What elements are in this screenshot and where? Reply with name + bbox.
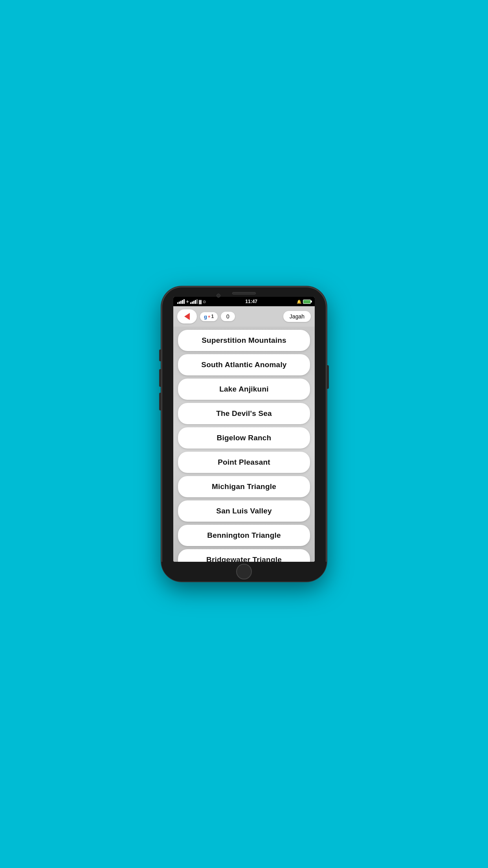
g-letter: g bbox=[204, 314, 207, 320]
app-header: g+1 0 Jagah bbox=[173, 306, 315, 327]
signal2-icon bbox=[190, 299, 198, 304]
power-button bbox=[327, 365, 329, 389]
volume-up-button bbox=[159, 369, 161, 387]
phone-bottom bbox=[161, 562, 327, 581]
google-plus-button[interactable]: g+1 bbox=[200, 312, 218, 321]
status-right: 🔔 bbox=[297, 300, 311, 304]
list-item[interactable]: Point Pleasant bbox=[178, 452, 310, 473]
plus-sign: + bbox=[208, 314, 210, 319]
list-item[interactable]: Superstition Mountains bbox=[178, 330, 310, 351]
earpiece-speaker bbox=[232, 292, 256, 294]
back-button[interactable] bbox=[177, 309, 197, 324]
list-item[interactable]: The Devil's Sea bbox=[178, 403, 310, 424]
list-item[interactable]: South Atlantic Anomaly bbox=[178, 354, 310, 375]
alarm-icon: 🔔 bbox=[297, 300, 301, 304]
phone-device: ✈ ▓ ⊙ 11:47 🔔 bbox=[161, 287, 327, 581]
locations-list: Superstition MountainsSouth Atlantic Ano… bbox=[173, 327, 315, 562]
list-item[interactable]: San Luis Valley bbox=[178, 500, 310, 522]
front-camera bbox=[216, 294, 220, 298]
carrier-icon: ✈ bbox=[186, 300, 189, 304]
wifi2-icon: ⊙ bbox=[203, 300, 206, 304]
list-item[interactable]: Lake Anjikuni bbox=[178, 379, 310, 400]
phone-top bbox=[161, 287, 327, 297]
g-plus-label: 1 bbox=[211, 314, 214, 319]
list-item[interactable]: Bridgewater Triangle bbox=[178, 549, 310, 562]
volume-down-button bbox=[159, 393, 161, 410]
list-item[interactable]: Bigelow Ranch bbox=[178, 427, 310, 449]
status-time: 11:47 bbox=[245, 299, 257, 304]
back-arrow-icon bbox=[184, 313, 190, 320]
jagah-button[interactable]: Jagah bbox=[283, 311, 311, 322]
signal-icon bbox=[177, 299, 185, 304]
home-button[interactable] bbox=[236, 564, 252, 579]
screen: ✈ ▓ ⊙ 11:47 🔔 bbox=[173, 297, 315, 562]
battery-icon bbox=[303, 300, 311, 304]
list-item[interactable]: Michigan Triangle bbox=[178, 476, 310, 497]
status-bar: ✈ ▓ ⊙ 11:47 🔔 bbox=[173, 297, 315, 306]
status-left: ✈ ▓ ⊙ bbox=[177, 299, 206, 304]
wifi-icon: ▓ bbox=[199, 300, 202, 304]
list-item[interactable]: Bennington Triangle bbox=[178, 525, 310, 546]
count-display: 0 bbox=[221, 312, 235, 321]
silent-switch bbox=[159, 349, 161, 361]
